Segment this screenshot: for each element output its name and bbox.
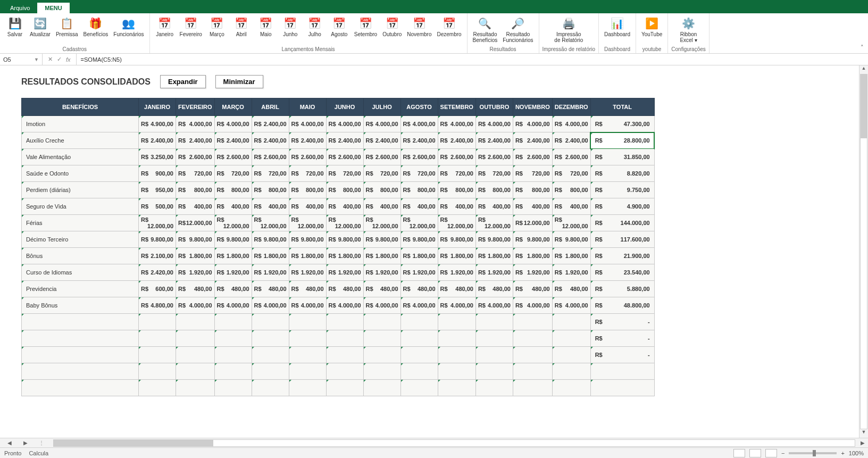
name-box[interactable]: O5 ▼ (0, 54, 43, 65)
month-cell[interactable]: R$9.800,00 (214, 231, 252, 248)
vscroll-track[interactable] (860, 74, 867, 429)
month-cell[interactable]: R$4.000,00 (552, 116, 590, 132)
month-cell[interactable]: R$1.920,00 (552, 264, 590, 281)
month-cell[interactable]: R$4.000,00 (438, 116, 475, 132)
month-cell[interactable] (176, 347, 215, 363)
month-cell[interactable]: R$800,00 (214, 182, 252, 198)
month-cell[interactable]: R$480,00 (326, 281, 363, 297)
ribbon-collapse-icon[interactable]: ˄ (856, 42, 868, 53)
mes-junho[interactable]: 📅Junho (279, 15, 302, 39)
sheet-next-icon[interactable]: ▶ (20, 440, 31, 446)
month-cell[interactable]: R$12.000,00 (214, 215, 252, 231)
month-cell[interactable] (438, 347, 475, 363)
benefit-name-cell[interactable]: Décimo Terceiro (22, 231, 139, 248)
month-cell[interactable]: R$1.920,00 (475, 264, 513, 281)
month-cell[interactable] (139, 330, 176, 347)
month-cell[interactable]: R$1.800,00 (552, 248, 590, 264)
mes-agosto[interactable]: 📅Agosto (328, 15, 351, 39)
res-funcionarios[interactable]: 🔎Resultado Funcionários (500, 15, 535, 45)
total-cell[interactable]: R$23.540,00 (590, 264, 654, 281)
total-cell[interactable]: R$- (590, 347, 654, 363)
month-cell[interactable] (252, 314, 289, 330)
month-cell[interactable]: R$480,00 (438, 281, 475, 297)
month-cell[interactable]: R$4.000,00 (214, 116, 252, 132)
month-cell[interactable]: R$4.000,00 (400, 116, 438, 132)
month-cell[interactable]: R$2.600,00 (326, 149, 363, 165)
month-cell[interactable]: R$9.800,00 (252, 231, 289, 248)
month-cell[interactable] (513, 380, 552, 396)
month-cell[interactable] (438, 380, 475, 396)
month-cell[interactable] (400, 330, 438, 347)
benefit-name-cell[interactable] (22, 314, 139, 330)
mes-marco[interactable]: 📅Março (205, 15, 229, 39)
month-cell[interactable]: R$1.800,00 (513, 248, 552, 264)
month-cell[interactable]: R$12.000,00 (552, 215, 590, 231)
month-cell[interactable] (552, 314, 590, 330)
month-cell[interactable] (139, 347, 176, 363)
month-cell[interactable]: R$2.400,00 (139, 132, 176, 149)
month-cell[interactable] (252, 363, 289, 380)
month-cell[interactable]: R$12.000,00 (176, 215, 215, 231)
month-cell[interactable]: R$4.000,00 (363, 116, 400, 132)
scroll-up-icon[interactable]: ▲ (859, 65, 868, 74)
month-cell[interactable]: R$480,00 (214, 281, 252, 297)
month-cell[interactable] (363, 347, 400, 363)
month-cell[interactable]: R$480,00 (363, 281, 400, 297)
benefit-name-cell[interactable]: Seguro de Vida (22, 198, 139, 215)
view-layout-icon[interactable] (749, 449, 761, 457)
benefit-name-cell[interactable]: Imotion (22, 116, 139, 132)
month-cell[interactable]: R$4.000,00 (326, 116, 363, 132)
dashboard[interactable]: 📊Dashboard (602, 15, 632, 39)
month-cell[interactable]: R$9.800,00 (513, 231, 552, 248)
sheet-prev-icon[interactable]: ◀ (4, 440, 15, 446)
month-cell[interactable]: R$12.000,00 (139, 215, 176, 231)
month-cell[interactable]: R$400,00 (475, 198, 513, 215)
month-cell[interactable] (400, 363, 438, 380)
name-box-dropdown-icon[interactable]: ▼ (34, 57, 39, 62)
mes-dezembro[interactable]: 📅Dezembro (435, 15, 463, 39)
month-cell[interactable]: R$1.800,00 (475, 248, 513, 264)
hscroll-track[interactable] (53, 439, 855, 447)
total-cell[interactable]: R$8.820,00 (590, 165, 654, 182)
month-cell[interactable]: R$1.800,00 (326, 248, 363, 264)
month-cell[interactable]: R$2.600,00 (252, 149, 289, 165)
hscroll-right-icon[interactable]: ▶ (857, 440, 868, 446)
month-cell[interactable] (289, 314, 326, 330)
month-cell[interactable]: R$1.920,00 (326, 264, 363, 281)
month-cell[interactable] (400, 380, 438, 396)
mes-outubro[interactable]: 📅Outubro (380, 15, 404, 39)
month-cell[interactable]: R$900,00 (139, 165, 176, 182)
total-cell[interactable]: R$144.000,00 (590, 215, 654, 231)
month-cell[interactable]: R$2.400,00 (252, 132, 289, 149)
total-cell[interactable]: R$117.600,00 (590, 231, 654, 248)
zoom-in-icon[interactable]: + (841, 450, 844, 456)
month-cell[interactable]: R$2.400,00 (400, 132, 438, 149)
month-cell[interactable] (252, 380, 289, 396)
month-cell[interactable] (363, 330, 400, 347)
month-cell[interactable] (475, 347, 513, 363)
month-cell[interactable]: R$400,00 (252, 198, 289, 215)
total-cell[interactable]: R$21.900,00 (590, 248, 654, 264)
mes-maio[interactable]: 📅Maio (254, 15, 278, 39)
month-cell[interactable] (363, 314, 400, 330)
month-cell[interactable]: R$4.000,00 (475, 116, 513, 132)
total-cell[interactable]: R$28.800,00 (590, 132, 654, 149)
month-cell[interactable]: R$2.600,00 (475, 149, 513, 165)
month-cell[interactable]: R$9.800,00 (326, 231, 363, 248)
month-cell[interactable] (252, 330, 289, 347)
month-cell[interactable]: R$4.000,00 (252, 297, 289, 314)
month-cell[interactable]: R$400,00 (363, 198, 400, 215)
month-cell[interactable]: R$800,00 (289, 182, 326, 198)
minimize-button[interactable]: Minimizar (215, 75, 263, 88)
salvar-button[interactable]: 💾Salvar (3, 15, 27, 39)
month-cell[interactable] (176, 380, 215, 396)
month-cell[interactable]: R$4.000,00 (289, 116, 326, 132)
fx-icon[interactable]: fx (66, 56, 71, 63)
month-cell[interactable] (176, 363, 215, 380)
zoom-value[interactable]: 100% (849, 450, 864, 456)
month-cell[interactable]: R$2.100,00 (139, 248, 176, 264)
benefit-name-cell[interactable] (22, 363, 139, 380)
month-cell[interactable]: R$2.600,00 (438, 149, 475, 165)
month-cell[interactable]: R$4.000,00 (513, 116, 552, 132)
month-cell[interactable]: R$720,00 (438, 165, 475, 182)
